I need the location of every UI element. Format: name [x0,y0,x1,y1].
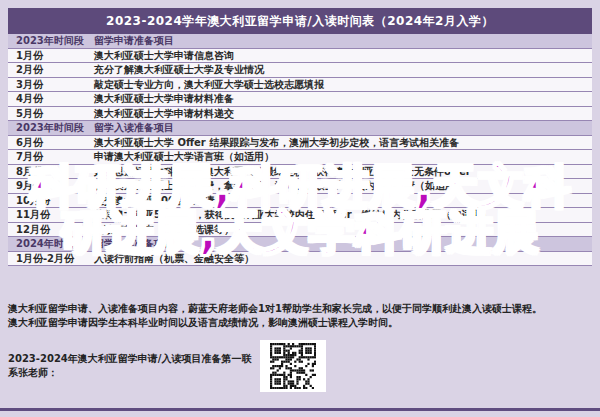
row-task: 澳大利亚硕士大学申请材料准备 [94,92,592,106]
row-period: 10月份 [8,194,94,208]
row-task: 充分了解澳大利亚硕士大学及专业情况 [94,63,592,77]
row-period: 12月份 [8,223,94,237]
row-task: 留学申请准备项目 [94,34,592,48]
row-task: 敲定硕士专业方向，澳大利亚大学硕士选校志愿填报 [94,78,592,92]
timetable-row: 11月份获得澳大利亚500签证，获得澳大利亚大学校内住宿offer，缴纳校内住宿… [8,208,592,223]
row-task: 澳大利亚硕士大学申请材料递交 [94,107,592,121]
section-header-row: 2024年时间段留学入读准备项目 [8,237,592,252]
timetable-row: 1月份澳大利亚硕士大学申请信息咨询 [8,49,592,64]
row-task: 缴纳澳大利亚硕士大学学费，拿到CoE，澳大利亚硕士大学校内住宿申请（如适用） [94,179,592,193]
row-period: 2月份 [8,63,94,77]
row-period: 2023年时间段 [8,34,94,48]
row-task: 如雅思达标且本科毕业，澳大利亚大学最终定校，获得澳大利亚大学硕士无条件offer [94,165,592,179]
row-task: 澳大利亚硕士大学 Offer 结果跟踪与发布，澳洲大学初步定校，语言考试相关准备 [94,136,592,150]
section-header-row: 2023年时间段留学申请准备项目 [8,34,592,49]
timetable-row: 8月份如雅思达标且本科毕业，澳大利亚大学最终定校，获得澳大利亚大学硕士无条件of… [8,165,592,180]
timetable-row: 12月份入读行前指南（注册、选课等） [8,223,592,238]
row-period: 2023年时间段 [8,121,94,135]
row-task: 入读行前指南（注册、选课等） [94,223,592,237]
row-period: 5月份 [8,107,94,121]
section-header-row: 2023年时间段留学入读准备项目 [8,121,592,136]
row-task: 留学入读准备项目 [94,121,592,135]
timetable-row: 5月份澳大利亚硕士大学申请材料递交 [8,107,592,122]
row-period: 6月份 [8,136,94,150]
row-task: 递交澳大利亚500签证申请 [94,194,592,208]
timetable-row: 7月份申请澳大利亚硕士大学语言班（如适用） [8,150,592,165]
page-title: 2023-2024学年澳大利亚留学申请/入读时间表（2024年2月入学） [8,8,592,34]
timetable-row: 2月份充分了解澳大利亚硕士大学及专业情况 [8,63,592,78]
row-task: 申请澳大利亚硕士大学语言班（如适用） [94,150,592,164]
notes: 澳大利亚留学申请、入读准备项目内容，蔚蓝天府老师会1对1帮助学生和家长完成，以便… [8,302,592,330]
row-period: 4月份 [8,92,94,106]
row-task: 入读行前指南（机票、金融安全等） [94,252,592,266]
row-period: 2024年时间段 [8,237,94,251]
row-period: 7月份 [8,150,94,164]
timetable-row: 9月份缴纳澳大利亚硕士大学学费，拿到CoE，澳大利亚硕士大学校内住宿申请（如适用… [8,179,592,194]
row-period: 1月份 [8,49,94,63]
page: 2023-2024学年澳大利亚留学申请/入读时间表（2024年2月入学） 202… [0,0,600,417]
row-period: 3月份 [8,78,94,92]
timetable-row: 1月份-2月份入读行前指南（机票、金融安全等） [8,252,592,267]
row-task: 留学入读准备项目 [94,237,592,251]
timetable: 2023年时间段留学申请准备项目1月份澳大利亚硕士大学申请信息咨询2月份充分了解… [8,34,592,266]
contact-label: 2023-2024年澳大利亚留学申请/入读项目准备第一联系张老师： [8,352,260,380]
footer: 2023-2024年澳大利亚留学申请/入读项目准备第一联系张老师： [8,340,592,392]
timetable-rows: 2023年时间段留学申请准备项目1月份澳大利亚硕士大学申请信息咨询2月份充分了解… [8,34,592,266]
qr-code [260,340,326,392]
row-period: 1月份-2月份 [8,252,94,266]
row-period: 8月份 [8,165,94,179]
note-line: 澳大利亚留学申请因学生本科毕业时间以及语言成绩情况，影响澳洲硕士课程入学时间。 [8,316,592,330]
timetable-row: 6月份澳大利亚硕士大学 Offer 结果跟踪与发布，澳洲大学初步定校，语言考试相… [8,136,592,151]
bottom-divider [0,408,600,411]
timetable-row: 4月份澳大利亚硕士大学申请材料准备 [8,92,592,107]
row-period: 11月份 [8,208,94,222]
row-task: 获得澳大利亚500签证，获得澳大利亚大学校内住宿offer，缴纳校内住宿费用（如… [94,208,592,222]
note-line: 澳大利亚留学申请、入读准备项目内容，蔚蓝天府老师会1对1帮助学生和家长完成，以便… [8,302,592,316]
row-task: 澳大利亚硕士大学申请信息咨询 [94,49,592,63]
timetable-row: 10月份递交澳大利亚500签证申请 [8,194,592,209]
timetable-row: 3月份敲定硕士专业方向，澳大利亚大学硕士选校志愿填报 [8,78,592,93]
row-period: 9月份 [8,179,94,193]
